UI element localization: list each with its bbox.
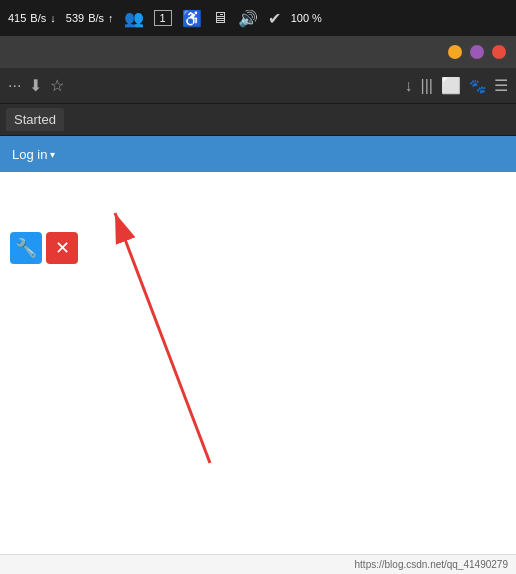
people-icon: 👥 bbox=[124, 9, 144, 28]
close-button[interactable] bbox=[492, 45, 506, 59]
tab-bar: Started bbox=[0, 104, 516, 136]
notification-badge: 1 bbox=[154, 10, 172, 26]
browser-content: Log in ▾ 🔧 ✕ https://blog.csdn.net/qq_41… bbox=[0, 136, 516, 574]
download-icon[interactable]: ↓ bbox=[405, 77, 413, 95]
tab-label: Started bbox=[14, 112, 56, 127]
maximize-button[interactable] bbox=[470, 45, 484, 59]
upload-unit: B/s bbox=[88, 12, 104, 24]
library-icon[interactable]: ||| bbox=[421, 77, 433, 95]
minimize-button[interactable] bbox=[448, 45, 462, 59]
upload-arrow-icon: ↑ bbox=[108, 12, 114, 24]
login-bar: Log in ▾ bbox=[0, 136, 516, 172]
sidebar-toggle-icon[interactable]: ⬜ bbox=[441, 76, 461, 95]
upload-stats: 539 B/s ↑ bbox=[66, 12, 114, 24]
login-button[interactable]: Log in ▾ bbox=[12, 147, 55, 162]
download-speed: 415 bbox=[8, 12, 26, 24]
status-url: https://blog.csdn.net/qq_41490279 bbox=[355, 559, 508, 570]
login-caret-icon: ▾ bbox=[50, 149, 55, 160]
gnome-icon[interactable]: 🐾 bbox=[469, 78, 486, 94]
svg-line-1 bbox=[115, 213, 210, 463]
browser-toolbar: ··· ⬇ ☆ ↓ ||| ⬜ 🐾 ☰ bbox=[0, 68, 516, 104]
battery-indicator: 100 % bbox=[291, 12, 322, 24]
tools-icon-button[interactable]: 🔧 bbox=[10, 232, 42, 264]
status-bar: https://blog.csdn.net/qq_41490279 bbox=[0, 554, 516, 574]
menu-icon[interactable]: ☰ bbox=[494, 76, 508, 95]
star-icon[interactable]: ☆ bbox=[50, 76, 64, 95]
monitor-icon: 🖥 bbox=[212, 9, 228, 27]
more-options-icon[interactable]: ··· bbox=[8, 77, 21, 95]
download-stats: 415 B/s ↓ bbox=[8, 12, 56, 24]
volume-icon: 🔊 bbox=[238, 9, 258, 28]
download-unit: B/s bbox=[30, 12, 46, 24]
battery-level: 100 % bbox=[291, 12, 322, 24]
close-icon-button[interactable]: ✕ bbox=[46, 232, 78, 264]
check-icon: ✔ bbox=[268, 9, 281, 28]
download-arrow-icon: ↓ bbox=[50, 12, 56, 24]
upload-speed: 539 bbox=[66, 12, 84, 24]
active-tab[interactable]: Started bbox=[6, 108, 64, 131]
login-label: Log in bbox=[12, 147, 47, 162]
accessibility-icon: ♿ bbox=[182, 9, 202, 28]
window-chrome bbox=[0, 36, 516, 68]
system-bar: 415 B/s ↓ 539 B/s ↑ 👥 1 ♿ 🖥 🔊 ✔ 100 % bbox=[0, 0, 516, 36]
page-content: 🔧 ✕ https://blog.csdn.net/qq_41490279 bbox=[0, 172, 516, 574]
pocket-icon[interactable]: ⬇ bbox=[29, 76, 42, 95]
action-icons: 🔧 ✕ bbox=[10, 232, 78, 264]
